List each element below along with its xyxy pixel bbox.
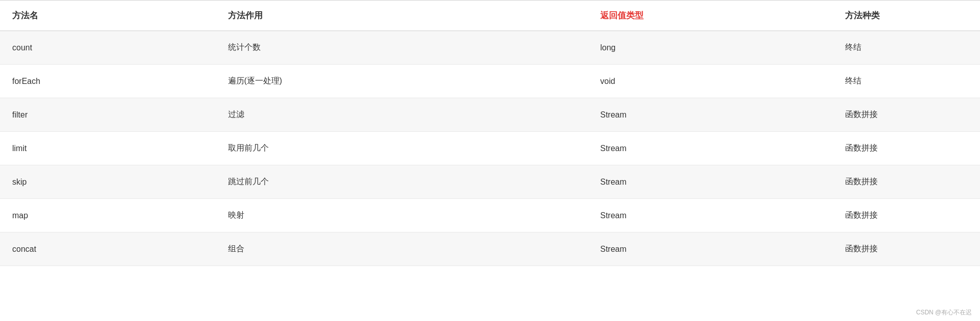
header-description: 方法作用: [216, 1, 589, 31]
cell-name: skip: [0, 165, 216, 199]
table-row: count统计个数long终结: [0, 31, 980, 65]
table-row: filter过滤Stream函数拼接: [0, 98, 980, 132]
cell-name: count: [0, 31, 216, 65]
header-method-type: 方法种类: [833, 1, 980, 31]
cell-methodType: 函数拼接: [833, 98, 980, 132]
cell-description: 组合: [216, 232, 589, 266]
cell-name: limit: [0, 132, 216, 165]
table-row: limit取用前几个Stream函数拼接: [0, 132, 980, 165]
cell-methodType: 函数拼接: [833, 199, 980, 232]
cell-returnType: Stream: [588, 165, 833, 199]
table-container: 方法名 方法作用 返回值类型 方法种类 count统计个数long终结forEa…: [0, 0, 980, 321]
table-header-row: 方法名 方法作用 返回值类型 方法种类: [0, 1, 980, 31]
cell-description: 取用前几个: [216, 132, 589, 165]
cell-name: forEach: [0, 65, 216, 98]
cell-returnType: Stream: [588, 232, 833, 266]
cell-returnType: Stream: [588, 98, 833, 132]
cell-returnType: void: [588, 65, 833, 98]
cell-name: map: [0, 199, 216, 232]
cell-description: 映射: [216, 199, 589, 232]
cell-description: 过滤: [216, 98, 589, 132]
cell-description: 遍历(逐一处理): [216, 65, 589, 98]
header-name: 方法名: [0, 1, 216, 31]
cell-methodType: 终结: [833, 65, 980, 98]
table-row: forEach遍历(逐一处理)void终结: [0, 65, 980, 98]
cell-name: filter: [0, 98, 216, 132]
cell-methodType: 终结: [833, 31, 980, 65]
table-row: concat组合Stream函数拼接: [0, 232, 980, 266]
methods-table: 方法名 方法作用 返回值类型 方法种类 count统计个数long终结forEa…: [0, 0, 980, 266]
cell-methodType: 函数拼接: [833, 132, 980, 165]
cell-returnType: Stream: [588, 132, 833, 165]
table-row: skip跳过前几个Stream函数拼接: [0, 165, 980, 199]
header-return-type: 返回值类型: [588, 1, 833, 31]
watermark: CSDN @有心不在迟: [916, 308, 972, 317]
cell-methodType: 函数拼接: [833, 232, 980, 266]
cell-returnType: long: [588, 31, 833, 65]
cell-returnType: Stream: [588, 199, 833, 232]
cell-description: 跳过前几个: [216, 165, 589, 199]
cell-description: 统计个数: [216, 31, 589, 65]
cell-methodType: 函数拼接: [833, 165, 980, 199]
table-row: map映射Stream函数拼接: [0, 199, 980, 232]
cell-name: concat: [0, 232, 216, 266]
